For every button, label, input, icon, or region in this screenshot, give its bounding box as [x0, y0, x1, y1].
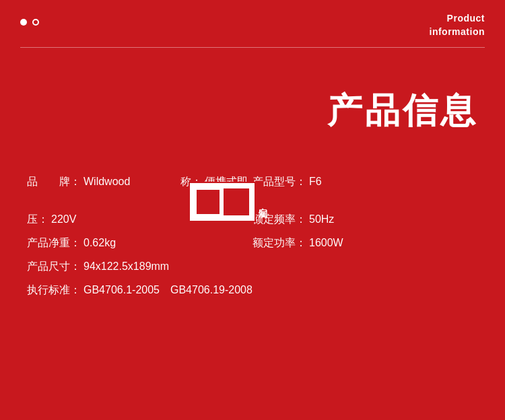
product-label-line2: information: [430, 26, 485, 39]
dot-filled: [20, 19, 27, 26]
dimensions-label: 产品尺寸：: [27, 260, 81, 274]
page-container: Product information 产品信息 品 牌： Wildwood 称…: [0, 0, 505, 420]
dimensions-value: 94x122.5x189mm: [83, 260, 169, 273]
title-container: 产品信息: [327, 88, 478, 135]
frequency-row: 额定频率： 50Hz: [252, 213, 478, 227]
power-row: 额定功率： 1600W: [252, 236, 478, 250]
custom-overlay: 定制: [189, 182, 270, 222]
model-value: F6: [309, 176, 322, 188]
standard-value: GB4706.1-2005 GB4706.19-2008: [83, 283, 252, 298]
standards-row: 执行标准： GB4706.1-2005 GB4706.19-2008: [27, 283, 478, 298]
voltage-value: 220V: [51, 213, 76, 225]
header: Product information: [0, 0, 505, 81]
custom-image-box: [189, 182, 256, 222]
brand-label: 品 牌：: [27, 175, 81, 189]
voltage-label: 压：: [27, 213, 48, 227]
product-info-label: Product information: [430, 12, 485, 38]
standard-label: 执行标准：: [27, 283, 81, 298]
product-label-line1: Product: [430, 12, 485, 26]
custom-image-left: [195, 188, 221, 215]
weight-value: 0.62kg: [83, 237, 116, 249]
main-title: 产品信息: [327, 88, 478, 135]
dot-outline: [32, 19, 39, 26]
dots-container: [20, 19, 39, 26]
model-row: 产品型号： F6: [252, 175, 478, 203]
brand-value: Wildwood: [83, 176, 130, 188]
weight-label: 产品净重：: [27, 236, 81, 250]
frequency-value: 50Hz: [309, 213, 334, 225]
power-label: 额定功率：: [252, 236, 306, 250]
weight-row: 产品净重： 0.62kg: [27, 236, 252, 250]
custom-badge: 定制: [256, 197, 270, 207]
power-value: 1600W: [309, 237, 343, 249]
divider-line: [20, 47, 485, 48]
dimensions-row: 产品尺寸： 94x122.5x189mm: [27, 260, 252, 274]
custom-image-right: [224, 188, 249, 215]
